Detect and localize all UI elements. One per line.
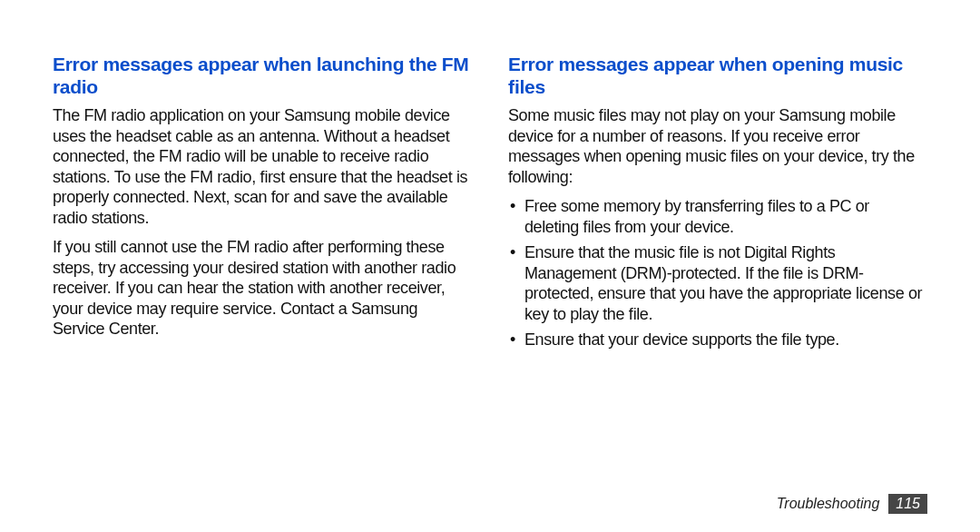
list-item: Ensure that the music ﬁle is not Digital… — [508, 242, 927, 324]
footer-section-label: Troubleshooting — [777, 496, 880, 512]
music-files-heading: Error messages appear when opening music… — [508, 53, 927, 98]
right-column: Error messages appear when opening music… — [490, 53, 927, 505]
fm-radio-heading: Error messages appear when launching the… — [53, 53, 472, 98]
music-files-bullet-list: Free some memory by transferring ﬁles to… — [508, 196, 927, 356]
list-item: Free some memory by transferring ﬁles to… — [508, 196, 927, 237]
manual-page: Error messages appear when launching the… — [0, 0, 980, 532]
footer-page-number: 115 — [888, 494, 927, 514]
left-column: Error messages appear when launching the… — [53, 53, 490, 505]
fm-radio-paragraph-2: If you still cannot use the FM radio aft… — [53, 237, 472, 340]
page-footer: Troubleshooting 115 — [777, 494, 927, 514]
list-item: Ensure that your device supports the ﬁle… — [508, 330, 927, 350]
fm-radio-paragraph-1: The FM radio application on your Samsung… — [53, 105, 472, 228]
music-files-paragraph: Some music ﬁles may not play on your Sam… — [508, 105, 927, 187]
